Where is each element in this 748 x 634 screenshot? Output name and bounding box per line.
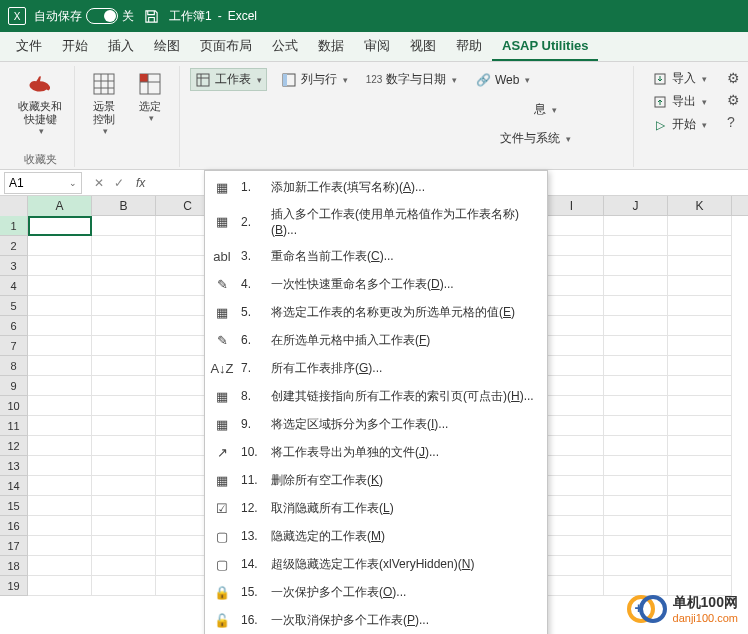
cell[interactable] (540, 576, 604, 596)
cell[interactable] (604, 496, 668, 516)
menu-item-5[interactable]: ▦5.将选定工作表的名称更改为所选单元格的值(E) (205, 298, 547, 326)
menu-item-4[interactable]: ✎4.一次性快速重命名多个工作表(D)... (205, 270, 547, 298)
cell[interactable] (540, 476, 604, 496)
cell[interactable] (668, 476, 732, 496)
cell[interactable] (28, 376, 92, 396)
menu-item-12[interactable]: ☑12.取消隐藏所有工作表(L) (205, 494, 547, 522)
row-header[interactable]: 3 (0, 256, 28, 276)
import-button[interactable]: 导入 ▾ (648, 68, 711, 89)
cell[interactable] (604, 456, 668, 476)
tab-file[interactable]: 文件 (6, 31, 52, 61)
cell[interactable] (668, 376, 732, 396)
column-header[interactable]: I (540, 196, 604, 216)
cell[interactable] (540, 356, 604, 376)
worksheet-dropdown[interactable]: 工作表 ▾ (190, 68, 267, 91)
cell[interactable] (604, 336, 668, 356)
cell[interactable] (92, 376, 156, 396)
menu-item-10[interactable]: ↗10.将工作表导出为单独的文件(J)... (205, 438, 547, 466)
menu-item-1[interactable]: ▦1.添加新工作表(填写名称)(A)... (205, 173, 547, 201)
name-box[interactable]: A1 ⌄ (4, 172, 82, 194)
cell[interactable] (92, 336, 156, 356)
row-header[interactable]: 19 (0, 576, 28, 596)
cell[interactable] (28, 476, 92, 496)
toggle-icon[interactable] (86, 8, 118, 24)
cell[interactable] (92, 536, 156, 556)
row-header[interactable]: 16 (0, 516, 28, 536)
row-header[interactable]: 13 (0, 456, 28, 476)
menu-item-14[interactable]: ▢14.超级隐藏选定工作表(xlVeryHidden)(N) (205, 550, 547, 578)
cell[interactable] (92, 476, 156, 496)
cell[interactable] (604, 216, 668, 236)
cell[interactable] (28, 256, 92, 276)
cell[interactable] (668, 436, 732, 456)
cell[interactable] (92, 396, 156, 416)
cell[interactable] (92, 216, 156, 236)
row-header[interactable]: 17 (0, 536, 28, 556)
col-row-dropdown[interactable]: 列与行 ▾ (277, 68, 352, 91)
enter-icon[interactable]: ✓ (110, 176, 128, 190)
cancel-icon[interactable]: ✕ (90, 176, 108, 190)
menu-item-13[interactable]: ▢13.隐藏选定的工作表(M) (205, 522, 547, 550)
column-header[interactable]: J (604, 196, 668, 216)
cell[interactable] (92, 316, 156, 336)
cell[interactable] (92, 556, 156, 576)
start-button[interactable]: ▷ 开始 ▾ (648, 114, 711, 135)
help-icon[interactable]: ? (727, 114, 740, 130)
cell[interactable] (604, 316, 668, 336)
menu-item-3[interactable]: abl3.重命名当前工作表(C)... (205, 242, 547, 270)
cell[interactable] (28, 296, 92, 316)
favorites-button[interactable]: 收藏夹和 快捷键 ▾ (12, 66, 68, 140)
export-button[interactable]: 导出 ▾ (648, 91, 711, 112)
tab-data[interactable]: 数据 (308, 31, 354, 61)
cell[interactable] (92, 576, 156, 596)
row-header[interactable]: 12 (0, 436, 28, 456)
tab-pagelayout[interactable]: 页面布局 (190, 31, 262, 61)
cell[interactable] (604, 256, 668, 276)
cell[interactable] (92, 496, 156, 516)
cell[interactable] (28, 316, 92, 336)
tab-view[interactable]: 视图 (400, 31, 446, 61)
tab-asap-utilities[interactable]: ASAP Utilities (492, 32, 598, 61)
filesys-dropdown[interactable]: 文件与系统 ▾ (496, 128, 575, 149)
cell[interactable] (28, 556, 92, 576)
cell[interactable] (28, 236, 92, 256)
cell[interactable] (28, 436, 92, 456)
menu-item-9[interactable]: ▦9.将选定区域拆分为多个工作表(I)... (205, 410, 547, 438)
column-header[interactable]: B (92, 196, 156, 216)
menu-item-16[interactable]: 🔓16.一次取消保护多个工作表(P)... (205, 606, 547, 634)
cell[interactable] (604, 376, 668, 396)
cell[interactable] (28, 276, 92, 296)
tab-draw[interactable]: 绘图 (144, 31, 190, 61)
cell[interactable] (668, 396, 732, 416)
cell[interactable] (668, 236, 732, 256)
cell[interactable] (92, 456, 156, 476)
cell[interactable] (92, 236, 156, 256)
vision-control-button[interactable]: 远景 控制 ▾ (81, 66, 127, 140)
tab-help[interactable]: 帮助 (446, 31, 492, 61)
cell[interactable] (668, 216, 732, 236)
cell[interactable] (28, 216, 92, 236)
cell[interactable] (668, 556, 732, 576)
web-dropdown[interactable]: 🔗 Web ▾ (471, 68, 534, 91)
cell[interactable] (540, 536, 604, 556)
tab-home[interactable]: 开始 (52, 31, 98, 61)
cell[interactable] (540, 216, 604, 236)
tab-formulas[interactable]: 公式 (262, 31, 308, 61)
cell[interactable] (28, 496, 92, 516)
cell[interactable] (668, 296, 732, 316)
column-header[interactable]: A (28, 196, 92, 216)
menu-item-11[interactable]: ▦11.删除所有空工作表(K) (205, 466, 547, 494)
row-header[interactable]: 7 (0, 336, 28, 356)
cell[interactable] (604, 236, 668, 256)
cell[interactable] (668, 516, 732, 536)
select-button[interactable]: 选定 ▾ (127, 66, 173, 140)
cell[interactable] (540, 416, 604, 436)
row-header[interactable]: 2 (0, 236, 28, 256)
row-header[interactable]: 18 (0, 556, 28, 576)
menu-item-6[interactable]: ✎6.在所选单元格中插入工作表(F) (205, 326, 547, 354)
cell[interactable] (604, 476, 668, 496)
row-header[interactable]: 10 (0, 396, 28, 416)
cell[interactable] (28, 576, 92, 596)
cell[interactable] (540, 236, 604, 256)
cell[interactable] (540, 316, 604, 336)
